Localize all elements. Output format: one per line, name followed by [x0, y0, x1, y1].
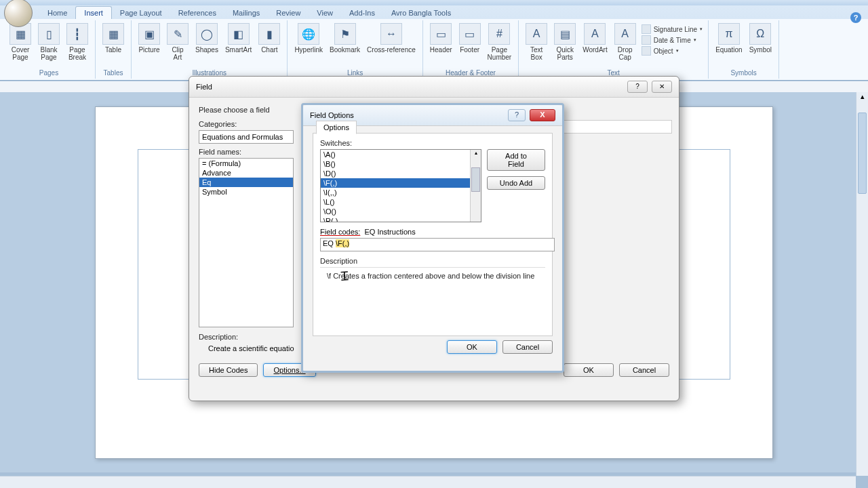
- categories-label: Categories:: [199, 120, 294, 128]
- switches-listbox[interactable]: \A()\B()\D()\F(,)\I(,,)\L()\O()\R(,)▴: [320, 149, 481, 222]
- page-break-icon: ┇: [66, 23, 88, 45]
- switch-item[interactable]: \A(): [321, 150, 481, 159]
- switches-label: Switches:: [320, 139, 545, 147]
- field-dialog-title: Field: [196, 83, 212, 91]
- equation-button[interactable]: πEquation: [713, 22, 745, 57]
- fo-description-text: \f Creates a fraction centered above and…: [320, 268, 545, 284]
- switch-item[interactable]: \R(,): [321, 216, 481, 222]
- bookmark-icon: ⚑: [334, 23, 356, 45]
- page-break-button[interactable]: ┇Page Break: [64, 22, 91, 64]
- field-name-item[interactable]: Symbol: [199, 187, 293, 197]
- tab-mailings[interactable]: Mailings: [224, 7, 268, 19]
- symbol-icon: Ω: [749, 23, 771, 45]
- field-codes-input[interactable]: EQ \F(,): [320, 238, 555, 251]
- clip-art-icon: ✎: [167, 23, 189, 45]
- tab-insert[interactable]: Insert: [75, 6, 112, 19]
- chart-icon: ▮: [258, 23, 280, 45]
- horizontal-scrollbar[interactable]: [0, 476, 856, 488]
- page-number-icon: #: [488, 23, 510, 45]
- blank-page-button[interactable]: ▯Blank Page: [35, 22, 62, 64]
- text-cursor-icon: Ꮖ: [340, 270, 349, 285]
- field-options-title: Field Options: [310, 111, 354, 119]
- field-dialog-help-button[interactable]: ?: [627, 81, 648, 93]
- tab-avro-bangla-tools[interactable]: Avro Bangla Tools: [383, 7, 459, 19]
- cover-page-button[interactable]: ▦Cover Page: [7, 22, 34, 64]
- hide-codes-button[interactable]: Hide Codes: [199, 363, 258, 377]
- categories-select[interactable]: Equations and Formulas: [199, 130, 294, 144]
- hyperlink-icon: 🌐: [298, 23, 319, 45]
- cross-reference-button[interactable]: ↔Cross-reference: [364, 22, 418, 57]
- clip-art-button[interactable]: ✎Clip Art: [164, 22, 191, 64]
- help-icon[interactable]: ?: [850, 12, 861, 23]
- office-button[interactable]: [4, 0, 33, 27]
- header-button[interactable]: ▭Header: [427, 22, 455, 57]
- tab-view[interactable]: View: [309, 7, 341, 19]
- field-name-item[interactable]: Advance: [199, 168, 293, 178]
- field-name-item[interactable]: = (Formula): [199, 159, 293, 168]
- symbol-button[interactable]: ΩSymbol: [747, 22, 774, 57]
- field-options-dialog: Field Options ? X Options Switches: \A()…: [301, 103, 564, 373]
- footer-button[interactable]: ▭Footer: [456, 22, 484, 57]
- cross-reference-icon: ↔: [380, 23, 402, 45]
- tab-home[interactable]: Home: [39, 7, 75, 19]
- field-names-listbox[interactable]: = (Formula)AdvanceEqSymbol: [199, 158, 294, 327]
- fo-ok-button[interactable]: OK: [447, 340, 497, 354]
- equation-icon: π: [718, 23, 740, 45]
- switch-item[interactable]: \O(): [321, 207, 481, 216]
- undo-add-button[interactable]: Undo Add: [487, 176, 545, 190]
- tab-references[interactable]: References: [170, 7, 224, 19]
- field-dialog-close-button[interactable]: ✕: [652, 81, 672, 93]
- switch-item[interactable]: \L(): [321, 197, 481, 207]
- field-names-label: Field names:: [199, 148, 294, 156]
- table-button[interactable]: ▦Table: [100, 22, 127, 57]
- quick-parts-button[interactable]: ▤Quick Parts: [551, 22, 578, 64]
- chart-button[interactable]: ▮Chart: [256, 22, 283, 57]
- tab-review[interactable]: Review: [268, 7, 309, 19]
- picture-icon: ▣: [138, 23, 160, 45]
- quick-parts-icon: ▤: [554, 23, 576, 45]
- wordart-button[interactable]: AWordArt: [580, 22, 610, 57]
- text-box-button[interactable]: AText Box: [523, 22, 550, 64]
- field-options-close-button[interactable]: X: [530, 109, 555, 121]
- drop-cap-button[interactable]: ADrop Cap: [612, 22, 639, 64]
- switches-scrollbar[interactable]: ▴: [470, 150, 481, 222]
- footer-icon: ▭: [459, 23, 481, 45]
- options-tab[interactable]: Options: [316, 121, 357, 134]
- page-number-button[interactable]: #Page Number: [485, 22, 515, 64]
- smartart-button[interactable]: ◧SmartArt: [222, 22, 254, 57]
- field-cancel-button[interactable]: Cancel: [619, 363, 669, 377]
- switch-item[interactable]: \D(): [321, 169, 481, 178]
- fo-cancel-button[interactable]: Cancel: [502, 340, 553, 354]
- field-options-help-button[interactable]: ?: [508, 109, 526, 121]
- tab-page-layout[interactable]: Page Layout: [112, 7, 170, 19]
- smartart-icon: ◧: [228, 23, 250, 45]
- text-box-icon: A: [526, 23, 547, 45]
- bookmark-button[interactable]: ⚑Bookmark: [327, 22, 363, 57]
- add-to-field-button[interactable]: Add to Field: [487, 149, 545, 171]
- wordart-icon: A: [584, 23, 606, 45]
- ribbon-tabs: HomeInsertPage LayoutReferencesMailingsR…: [0, 5, 868, 19]
- header-icon: ▭: [430, 23, 452, 45]
- picture-button[interactable]: ▣Picture: [136, 22, 163, 57]
- switch-item[interactable]: \I(,,): [321, 188, 481, 197]
- drop-cap-icon: A: [614, 23, 636, 45]
- switch-item[interactable]: \B(): [321, 159, 481, 169]
- tab-add-ins[interactable]: Add-Ins: [341, 7, 383, 19]
- shapes-button[interactable]: ◯Shapes: [193, 22, 221, 57]
- field-codes-label: Field codes: EQ Instructions: [320, 228, 416, 236]
- switch-item[interactable]: \F(,): [321, 178, 481, 188]
- field-name-item[interactable]: Eq: [199, 178, 293, 187]
- fo-description-label: Description: [320, 257, 545, 265]
- hyperlink-button[interactable]: 🌐Hyperlink: [292, 22, 326, 57]
- blank-page-icon: ▯: [38, 23, 60, 45]
- shapes-icon: ◯: [196, 23, 218, 45]
- vertical-scrollbar[interactable]: ▴: [856, 92, 868, 476]
- date-time-button[interactable]: Date & Time ▾: [642, 35, 703, 45]
- field-ok-button[interactable]: OK: [564, 363, 614, 377]
- table-icon: ▦: [102, 23, 124, 45]
- signature-line-button[interactable]: Signature Line ▾: [642, 24, 703, 34]
- object-button[interactable]: Object ▾: [642, 46, 703, 56]
